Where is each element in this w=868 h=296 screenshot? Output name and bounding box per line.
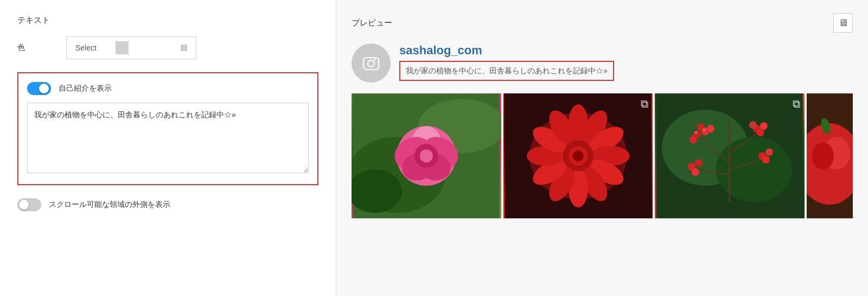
photo-2-icon: ⧉	[641, 98, 648, 110]
section-title: テキスト	[17, 15, 318, 26]
svg-point-50	[695, 159, 703, 167]
svg-point-53	[765, 148, 773, 156]
profile-bio-highlight-box: 我が家の植物を中心に、田舎暮らしのあれこれを記録中☆»	[399, 61, 614, 81]
scroll-toggle-track	[17, 198, 41, 211]
svg-point-47	[757, 129, 764, 136]
color-select-value: Select	[75, 43, 97, 52]
svg-point-43	[707, 125, 714, 133]
svg-point-54	[762, 156, 770, 163]
svg-point-48	[749, 121, 757, 129]
scroll-toggle-row: スクロール可能な領域の外側を表示	[17, 198, 318, 211]
photo-4-svg	[807, 93, 853, 218]
svg-point-56	[703, 129, 705, 131]
camera-icon	[361, 53, 381, 73]
color-swatch	[116, 41, 129, 54]
scroll-toggle-thumb	[19, 200, 29, 210]
photo-item-3: ⧉	[655, 93, 805, 218]
right-panel: プレビュー 🖥 sashalog_com 我が家の植物を中心に、田舎暮らしのあれ…	[336, 0, 868, 296]
bio-toggle-row: 自己紹介を表示	[27, 82, 309, 95]
svg-rect-0	[363, 58, 379, 70]
svg-point-1	[368, 60, 374, 67]
svg-rect-2	[374, 59, 376, 60]
svg-point-13	[420, 149, 433, 162]
preview-title: プレビュー	[352, 18, 392, 28]
photo-item-4	[807, 93, 853, 218]
photo-3-icon: ⧉	[793, 98, 800, 110]
preview-header: プレビュー 🖥	[352, 13, 853, 33]
color-select[interactable]: Select	[66, 36, 196, 59]
svg-point-44	[690, 136, 697, 143]
bio-toggle-thumb	[39, 84, 49, 93]
bio-toggle-track	[27, 82, 51, 95]
bio-textarea[interactable]: 我が家の植物を中心に、田舎暮らしのあれこれを記録中☆»	[27, 103, 309, 173]
svg-point-55	[695, 131, 697, 134]
monitor-button[interactable]: 🖥	[833, 13, 853, 33]
bio-highlight-section: 自己紹介を表示 我が家の植物を中心に、田舎暮らしのあれこれを記録中☆»	[17, 72, 318, 185]
profile-name: sashalog_com	[399, 43, 853, 58]
photo-grid: ⧉	[352, 93, 853, 218]
photo-item-2: ⧉	[503, 93, 653, 218]
left-panel: テキスト 色 Select 自己紹介を表示 我が家の植物を中心に、田舎暮らしのあ…	[0, 0, 336, 296]
svg-point-46	[760, 122, 768, 130]
color-label: 色	[17, 43, 66, 53]
bio-toggle[interactable]	[27, 82, 51, 95]
profile-card: sashalog_com 我が家の植物を中心に、田舎暮らしのあれこれを記録中☆»	[352, 43, 853, 83]
profile-bio-text: 我が家の植物を中心に、田舎暮らしのあれこれを記録中☆»	[406, 66, 608, 75]
profile-info: sashalog_com 我が家の植物を中心に、田舎暮らしのあれこれを記録中☆»	[399, 43, 853, 81]
photo-3-svg	[655, 93, 805, 218]
scroll-toggle[interactable]	[17, 198, 41, 211]
photo-2-svg	[503, 93, 653, 218]
svg-point-34	[716, 137, 792, 202]
color-field-row: 色 Select	[17, 36, 318, 59]
svg-point-51	[692, 168, 699, 176]
svg-point-60	[812, 142, 834, 169]
photo-1-svg	[352, 93, 501, 218]
monitor-icon: 🖥	[838, 17, 848, 29]
avatar	[352, 43, 391, 83]
bio-toggle-label: 自己紹介を表示	[59, 84, 112, 93]
photo-item-1	[352, 93, 501, 218]
svg-point-31	[573, 150, 584, 161]
scroll-toggle-label: スクロール可能な領域の外側を表示	[49, 200, 170, 210]
